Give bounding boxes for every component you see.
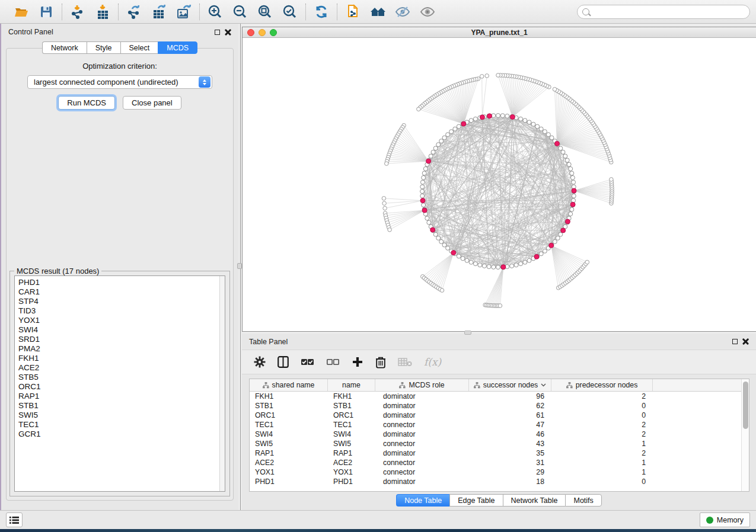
table-row[interactable]: ORC1ORC1dominator610 <box>250 411 741 420</box>
table-row[interactable]: FKH1FKH1dominator962 <box>250 392 741 401</box>
zoom-fit-icon[interactable] <box>257 4 273 20</box>
network-node[interactable] <box>457 124 461 129</box>
network-canvas[interactable] <box>243 38 755 331</box>
network-node[interactable] <box>559 146 563 150</box>
import-table-icon[interactable] <box>94 4 111 20</box>
mcds-node[interactable] <box>420 198 425 203</box>
network-node[interactable] <box>500 114 505 118</box>
open-file-icon[interactable] <box>13 4 30 20</box>
float-panel-icon[interactable] <box>215 30 220 35</box>
mcds-result-item[interactable]: ORC1 <box>18 382 219 392</box>
network-node[interactable] <box>569 166 573 171</box>
network-node[interactable] <box>465 258 469 262</box>
network-node[interactable] <box>420 194 425 198</box>
network-node[interactable] <box>498 304 502 308</box>
node-table[interactable]: shared namenameMCDS rolesuccessor nodesp… <box>249 379 749 492</box>
network-node[interactable] <box>433 146 438 150</box>
mcds-result-item[interactable]: RAP1 <box>18 392 219 401</box>
mcds-result-item[interactable]: YOX1 <box>18 316 219 325</box>
mcds-node[interactable] <box>570 202 575 207</box>
network-node[interactable] <box>563 154 567 158</box>
mcds-node[interactable] <box>422 208 427 213</box>
network-node[interactable] <box>420 185 425 189</box>
column-header-name[interactable]: name <box>328 379 375 391</box>
tab-mcds[interactable]: MCDS <box>158 41 197 54</box>
network-node[interactable] <box>559 232 563 236</box>
delete-column-trash-icon[interactable] <box>375 353 386 371</box>
network-node[interactable] <box>527 120 531 124</box>
mcds-node[interactable] <box>451 251 456 255</box>
memory-button[interactable]: Memory <box>700 512 750 527</box>
mcds-result-item[interactable]: FKH1 <box>18 354 219 363</box>
network-node[interactable] <box>519 262 523 266</box>
network-node[interactable] <box>427 220 431 225</box>
vertical-splitter-handle[interactable] <box>237 263 242 269</box>
network-node[interactable] <box>572 194 576 198</box>
export-image-icon[interactable] <box>176 4 192 20</box>
mcds-node[interactable] <box>555 141 560 146</box>
mcds-node[interactable] <box>487 114 492 118</box>
network-node[interactable] <box>382 197 386 201</box>
mcds-result-item[interactable]: SRD1 <box>18 335 219 344</box>
network-node[interactable] <box>505 114 509 118</box>
horizontal-splitter-handle[interactable] <box>464 331 471 335</box>
network-node[interactable] <box>442 243 446 247</box>
network-node[interactable] <box>480 75 484 79</box>
search-input[interactable] <box>592 8 745 16</box>
network-node[interactable] <box>523 118 527 123</box>
network-node[interactable] <box>417 107 421 111</box>
network-node[interactable] <box>572 180 576 184</box>
mcds-result-item[interactable]: CAR1 <box>18 287 219 297</box>
table-row[interactable]: ACE2ACE2connector311 <box>250 458 741 467</box>
network-node[interactable] <box>431 150 435 154</box>
network-node[interactable] <box>433 232 438 236</box>
network-node[interactable] <box>420 190 425 194</box>
export-network-icon[interactable] <box>126 4 142 20</box>
network-node[interactable] <box>539 127 543 131</box>
column-header-shared-name[interactable]: shared name <box>250 379 328 391</box>
list-scrollbar[interactable] <box>219 276 225 491</box>
network-node[interactable] <box>422 203 426 207</box>
network-node[interactable] <box>543 249 547 253</box>
run-mcds-button[interactable]: Run MCDS <box>58 96 115 110</box>
network-node[interactable] <box>453 127 457 131</box>
network-node[interactable] <box>553 239 557 243</box>
search-box[interactable] <box>577 5 750 19</box>
mcds-node[interactable] <box>426 159 431 164</box>
mcds-result-item[interactable]: STB5 <box>18 373 219 382</box>
mcds-result-list[interactable]: PHD1CAR1STP4TID3YOX1SWI4SRD1PMA2FKH1ACE2… <box>14 275 225 492</box>
network-node[interactable] <box>543 130 547 134</box>
mcds-node[interactable] <box>480 115 484 120</box>
network-node[interactable] <box>383 206 387 210</box>
network-node[interactable] <box>556 236 560 240</box>
network-window-titlebar[interactable]: YPA_prune.txt_1 <box>243 27 756 38</box>
network-node[interactable] <box>570 175 575 180</box>
save-session-icon[interactable] <box>38 4 55 20</box>
table-scrollbar-thumb[interactable] <box>743 382 748 429</box>
table-row[interactable]: TEC1TEC1connector472 <box>250 420 741 430</box>
network-node[interactable] <box>473 117 477 121</box>
float-panel-icon[interactable] <box>732 339 738 344</box>
tab-edge-table[interactable]: Edge Table <box>449 494 502 507</box>
network-node[interactable] <box>570 171 574 175</box>
mcds-result-item[interactable]: SWI5 <box>18 411 219 420</box>
mcds-result-item[interactable]: STP4 <box>18 297 219 306</box>
network-node[interactable] <box>478 263 482 267</box>
network-node[interactable] <box>382 201 387 206</box>
column-header-successor-nodes[interactable]: successor nodes <box>469 379 551 391</box>
add-column-icon[interactable] <box>352 353 363 371</box>
network-node[interactable] <box>496 265 500 270</box>
table-row[interactable]: YOX1YOX1connector291 <box>250 467 741 477</box>
network-node[interactable] <box>449 130 454 134</box>
mcds-result-item[interactable]: PMA2 <box>18 344 219 354</box>
table-scrollbar[interactable] <box>741 379 749 491</box>
network-node[interactable] <box>439 139 444 143</box>
mcds-result-item[interactable]: PHD1 <box>18 278 219 287</box>
network-node[interactable] <box>523 260 527 264</box>
network-node[interactable] <box>422 175 426 180</box>
task-history-button[interactable] <box>6 512 23 527</box>
network-node[interactable] <box>569 212 573 216</box>
network-node[interactable] <box>496 114 500 118</box>
mcds-result-item[interactable]: STB1 <box>18 401 219 411</box>
show-analysis-eye-icon[interactable] <box>419 4 436 20</box>
